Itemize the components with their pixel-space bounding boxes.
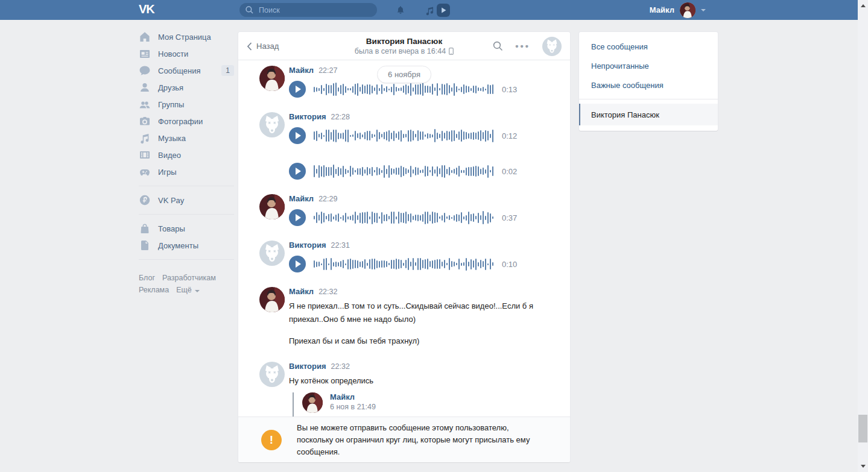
message-body: Майкл22:290:37 bbox=[289, 194, 555, 227]
docs-icon bbox=[139, 239, 151, 251]
footer-link[interactable]: Разработчикам bbox=[162, 274, 216, 282]
voice-duration: 0:10 bbox=[502, 260, 517, 269]
chat-search-icon[interactable] bbox=[493, 41, 503, 51]
topbar-user-avatar bbox=[680, 2, 695, 18]
quoted-message: Майкл6 ноя в 21:49Я приехал...Могу скину… bbox=[293, 392, 555, 417]
topbar-user-menu[interactable]: Майкл bbox=[650, 2, 706, 18]
sidebar-item-market[interactable]: Товары bbox=[139, 220, 234, 237]
default-dog-avatar[interactable] bbox=[259, 112, 285, 137]
window-scrollbar[interactable] bbox=[858, 0, 868, 472]
photos-icon bbox=[139, 115, 151, 127]
user-photo-avatar[interactable] bbox=[259, 287, 285, 312]
scroll-up-arrow-icon[interactable] bbox=[858, 1, 868, 10]
message-history[interactable]: 6 ноября Майкл22:270:13Виктория22:280:12… bbox=[238, 60, 570, 417]
sender-name[interactable]: Виктория bbox=[289, 362, 326, 371]
music-note-icon[interactable] bbox=[422, 3, 437, 17]
voice-duration: 0:37 bbox=[502, 213, 517, 222]
message-body: 0:02 bbox=[289, 162, 555, 180]
voice-duration: 0:02 bbox=[502, 167, 517, 176]
sidebar-item-photos[interactable]: Фотографии bbox=[139, 113, 234, 130]
video-play-app-icon[interactable] bbox=[436, 3, 451, 17]
filter-important-messages[interactable]: Важные сообщения bbox=[579, 75, 718, 95]
footer-link[interactable]: Блог bbox=[139, 274, 155, 282]
voice-waveform[interactable] bbox=[314, 81, 496, 97]
sender-name[interactable]: Майкл bbox=[289, 287, 314, 296]
sidebar-item-label: Сообщения bbox=[158, 66, 201, 75]
quoted-sender-name[interactable]: Майкл bbox=[330, 392, 555, 402]
chat-more-actions-icon[interactable]: ••• bbox=[515, 43, 530, 49]
divider bbox=[139, 259, 234, 260]
sidebar-item-label: Видео bbox=[158, 151, 181, 160]
voice-duration: 0:13 bbox=[502, 85, 517, 94]
message: Майкл22:290:37 bbox=[238, 189, 570, 227]
message-body: Виктория22:280:12 bbox=[289, 112, 555, 145]
user-photo-avatar[interactable] bbox=[259, 66, 285, 91]
filter-all-messages[interactable]: Все сообщения bbox=[579, 37, 718, 56]
sidebar-item-vk-pay[interactable]: VK Pay bbox=[139, 192, 234, 209]
date-separator: 6 ноября bbox=[377, 66, 431, 83]
play-button[interactable] bbox=[289, 256, 306, 272]
left-sidebar: Моя СтраницаНовостиСообщения1ДрузьяГрупп… bbox=[139, 28, 234, 296]
sidebar-item-label: Моя Страница bbox=[158, 33, 211, 42]
notifications-bell-icon[interactable] bbox=[393, 3, 408, 17]
message-body: Виктория22:310:10 bbox=[289, 241, 555, 273]
sidebar-item-friends[interactable]: Друзья bbox=[139, 79, 234, 96]
message-time: 22:32 bbox=[331, 362, 350, 371]
video-icon bbox=[139, 149, 151, 161]
mobile-phone-icon bbox=[449, 48, 454, 55]
chat-title: Виктория Панасюк bbox=[366, 37, 442, 46]
play-button[interactable] bbox=[289, 81, 306, 98]
sidebar-item-docs[interactable]: Документы bbox=[139, 237, 234, 254]
scrollbar-thumb[interactable] bbox=[858, 415, 867, 442]
scroll-down-arrow-icon[interactable] bbox=[858, 462, 868, 471]
play-button[interactable] bbox=[289, 163, 306, 180]
play-button[interactable] bbox=[289, 209, 306, 226]
active-dialog-item[interactable]: Виктория Панасюк bbox=[579, 104, 718, 125]
sidebar-item-label: VK Pay bbox=[158, 196, 184, 205]
message-text: Ну котёнок определись bbox=[289, 374, 555, 388]
voice-waveform[interactable] bbox=[314, 163, 496, 179]
message-time: 22:29 bbox=[318, 195, 337, 203]
default-dog-avatar[interactable] bbox=[259, 241, 285, 266]
chat-peer-avatar[interactable] bbox=[542, 37, 562, 56]
sender-name[interactable]: Виктория bbox=[289, 241, 326, 250]
play-icon bbox=[296, 214, 301, 221]
sidebar-item-music[interactable]: Музыка bbox=[139, 130, 234, 146]
play-icon bbox=[296, 132, 301, 139]
sidebar-item-label: Группы bbox=[158, 100, 184, 109]
sidebar-item-video[interactable]: Видео bbox=[139, 146, 234, 163]
message-body: Виктория22:32Ну котёнок определисьМайкл6… bbox=[289, 362, 555, 417]
sidebar-item-groups[interactable]: Группы bbox=[139, 96, 234, 113]
quoted-message-text: Я приехал...Могу скинуть свыше 100 тыс. … bbox=[330, 415, 555, 417]
back-button[interactable]: Назад bbox=[247, 32, 279, 60]
messages-icon bbox=[139, 65, 151, 77]
search-input[interactable] bbox=[258, 5, 371, 15]
sidebar-item-my-page[interactable]: Моя Страница bbox=[139, 28, 234, 45]
default-dog-avatar[interactable] bbox=[259, 362, 285, 387]
sender-name[interactable]: Виктория bbox=[289, 112, 326, 121]
play-button[interactable] bbox=[289, 127, 306, 144]
top-search bbox=[239, 3, 377, 17]
play-icon bbox=[296, 86, 301, 93]
sidebar-item-label: Новости bbox=[158, 49, 188, 58]
footer-link[interactable]: Реклама bbox=[139, 286, 169, 294]
sidebar-item-messages[interactable]: Сообщения1 bbox=[139, 62, 234, 79]
message-time: 22:27 bbox=[318, 66, 337, 75]
sender-name[interactable]: Майкл bbox=[289, 194, 314, 203]
user-photo-avatar[interactable] bbox=[259, 194, 285, 219]
groups-icon bbox=[139, 98, 151, 110]
filter-unread[interactable]: Непрочитанные bbox=[579, 56, 718, 75]
chevron-down-icon bbox=[195, 290, 200, 292]
voice-waveform[interactable] bbox=[314, 128, 496, 143]
user-photo-avatar[interactable] bbox=[302, 392, 323, 413]
sidebar-item-news[interactable]: Новости bbox=[139, 45, 234, 62]
message-text: Я не приехал...В том то и суть...Скидыва… bbox=[289, 300, 555, 326]
vk-logo[interactable]: VK bbox=[139, 2, 154, 16]
message: 0:02 bbox=[238, 153, 570, 180]
sender-name[interactable]: Майкл bbox=[289, 66, 314, 75]
voice-waveform[interactable] bbox=[314, 210, 496, 225]
footer-more-link[interactable]: Ещё bbox=[176, 286, 207, 294]
voice-waveform[interactable] bbox=[314, 256, 496, 272]
divider bbox=[139, 186, 234, 186]
sidebar-item-games[interactable]: Игры bbox=[139, 163, 234, 180]
